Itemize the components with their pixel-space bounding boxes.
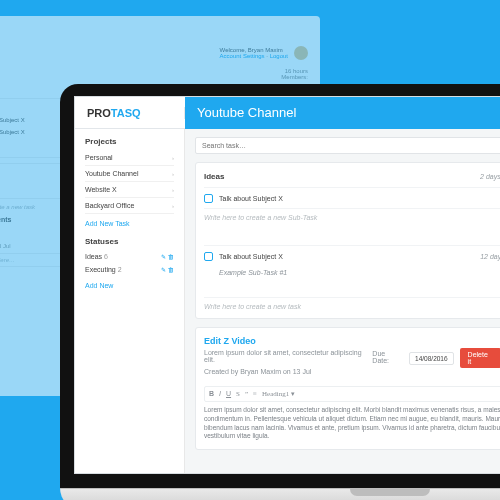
due-date-field[interactable]: 14/08/2016 [409,352,454,365]
sidebar-item-website[interactable]: Website X› [85,182,174,198]
edit-icon[interactable]: ✎ [161,267,166,273]
main-column: ‹ + Ideas 2 days left ⇅ ▾ [185,129,500,473]
sidebar-item-personal[interactable]: Personal› [85,150,174,166]
delete-button[interactable]: Delete it [460,348,500,368]
italic-icon[interactable]: I [219,390,221,398]
add-new-task-link[interactable]: Add New Task [85,220,174,227]
task-row[interactable]: Talk about Subject X 12 days left ⇅ ▾ [204,245,500,266]
sidebar-item-youtube[interactable]: Youtube Channel› [85,166,174,182]
app-logo[interactable]: PROTASQ [75,107,185,119]
page-title: Youtube Channel [197,105,296,120]
edit-icon[interactable]: ✎ [161,254,166,260]
new-subtask-input[interactable]: Write here to create a new Sub-Task [204,208,500,221]
task-row[interactable]: Talk about Subject X ⇅ ▾ [204,187,500,208]
laptop-mockup: PROTASQ Youtube Channel SAVE Projects Pe… [60,84,500,500]
checkbox[interactable] [204,252,213,261]
delete-icon[interactable]: 🗑 [168,254,174,260]
status-ideas[interactable]: Ideas 6 ✎ 🗑 [85,250,174,263]
account-settings-link[interactable]: Account Settings [220,53,265,59]
quote-icon[interactable]: ” [245,390,248,398]
delete-icon[interactable]: 🗑 [168,267,174,273]
heading-dropdown[interactable]: Heading1 ▾ [262,390,295,398]
chevron-right-icon: › [172,203,174,209]
edit-card: Edit Z Video Lorem ipsum dolor sit amet,… [195,327,500,450]
edit-title[interactable]: Edit Z Video [204,336,372,346]
status-executing[interactable]: Executing 2 ✎ 🗑 [85,263,174,276]
editor-toolbar[interactable]: B I U S ” ≡ Heading1 ▾ [204,386,500,402]
subtask-row[interactable]: Example Sub-Task #1 [204,266,500,279]
ideas-card: Ideas 2 days left ⇅ ▾ Talk about Subject… [195,162,500,319]
chevron-right-icon: › [172,155,174,161]
chevron-right-icon: › [172,171,174,177]
underline-icon[interactable]: U [226,390,231,398]
add-new-status-link[interactable]: Add New [85,282,174,289]
sidebar: Projects Personal› Youtube Channel› Webs… [75,129,185,473]
checkbox[interactable] [204,194,213,203]
search-input[interactable] [195,137,500,154]
projects-heading: Projects [85,137,174,146]
ideas-title: Ideas [204,172,224,181]
statuses-heading: Statuses [85,237,174,246]
strike-icon[interactable]: S [236,390,240,398]
sidebar-item-backyard[interactable]: Backyard Office› [85,198,174,214]
chevron-right-icon: › [172,187,174,193]
ideas-due: 2 days left [480,173,500,180]
avatar[interactable] [294,46,308,60]
logout-link[interactable]: Logout [270,53,288,59]
new-task-input[interactable]: Write here to create a new task [204,297,500,310]
list-icon[interactable]: ≡ [253,390,257,398]
due-date-label: Due Date: [372,350,403,364]
editor-body[interactable]: Lorem ipsum dolor sit amet, consectetur … [204,406,500,441]
bold-icon[interactable]: B [209,390,214,398]
